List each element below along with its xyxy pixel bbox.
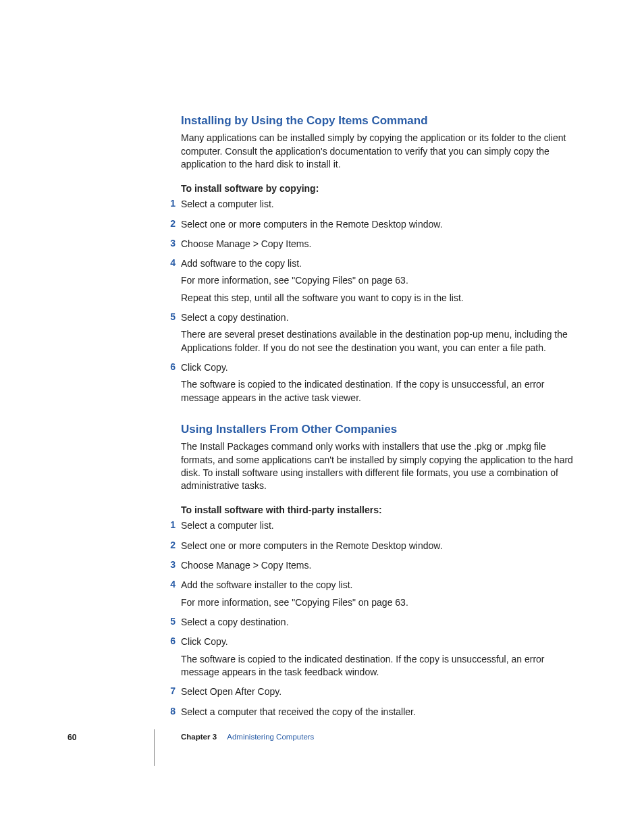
section2-steps: 1 Select a computer list. 2 Select one o… xyxy=(181,519,576,718)
chapter-label: Chapter 3 xyxy=(181,733,217,741)
step-number: 4 xyxy=(166,257,176,268)
step-text: Repeat this step, until all the software… xyxy=(181,292,576,305)
section2-intro: The Install Packages command only works … xyxy=(181,440,576,492)
footer: 60 xyxy=(68,733,581,742)
step-body: Select one or more computers in the Remo… xyxy=(181,218,576,231)
step: 5 Select a copy destination. xyxy=(170,616,576,629)
section2: Using Installers From Other Companies Th… xyxy=(181,422,576,719)
step-text: The software is copied to the indicated … xyxy=(181,653,576,679)
step-body: Select a computer that received the copy… xyxy=(181,706,576,719)
step-body: Select a copy destination. There are sev… xyxy=(181,311,576,355)
step-number: 3 xyxy=(166,238,176,249)
step-text: Select one or more computers in the Remo… xyxy=(181,218,576,231)
step: 1 Select a computer list. xyxy=(170,519,576,532)
page-number: 60 xyxy=(68,733,76,742)
step-text: Add software to the copy list. xyxy=(181,257,576,270)
step-body: Select a copy destination. xyxy=(181,616,576,629)
footer-chapter: Chapter 3 Administering Computers xyxy=(181,733,314,741)
step-number: 1 xyxy=(166,519,176,530)
step: 6 Click Copy. The software is copied to … xyxy=(170,361,576,405)
step: 6 Click Copy. The software is copied to … xyxy=(170,635,576,679)
step-body: Click Copy. The software is copied to th… xyxy=(181,361,576,405)
step-number: 5 xyxy=(166,311,176,322)
step-text: Click Copy. xyxy=(181,361,576,374)
page: Installing by Using the Copy Items Comma… xyxy=(0,0,644,834)
step-text: Click Copy. xyxy=(181,635,576,648)
step-body: Choose Manage > Copy Items. xyxy=(181,238,576,251)
step-body: Choose Manage > Copy Items. xyxy=(181,559,576,572)
step-text: Select a computer that received the copy… xyxy=(181,706,576,719)
footer-separator xyxy=(154,729,155,766)
step-text: Select a copy destination. xyxy=(181,616,576,629)
step-body: Select a computer list. xyxy=(181,198,576,211)
step: 2 Select one or more computers in the Re… xyxy=(170,218,576,231)
step-text: Select Open After Copy. xyxy=(181,685,576,698)
step-body: Add software to the copy list. For more … xyxy=(181,257,576,305)
step-number: 8 xyxy=(166,706,176,716)
step-text: Select a computer list. xyxy=(181,519,576,532)
step-body: Select Open After Copy. xyxy=(181,685,576,698)
step: 4 Add software to the copy list. For mor… xyxy=(170,257,576,305)
section1-subhead: To install software by copying: xyxy=(181,183,576,194)
step-text: For more information, see "Copying Files… xyxy=(181,274,576,287)
step-number: 1 xyxy=(166,198,176,209)
step-text: Choose Manage > Copy Items. xyxy=(181,238,576,251)
step-number: 6 xyxy=(166,635,176,646)
step-text: Select a copy destination. xyxy=(181,311,576,324)
step-number: 4 xyxy=(166,579,176,590)
step-text: There are several preset destinations av… xyxy=(181,328,576,355)
step: 7 Select Open After Copy. xyxy=(170,685,576,698)
step-number: 5 xyxy=(166,616,176,627)
step-text: Select one or more computers in the Remo… xyxy=(181,540,576,552)
step-text: Select a computer list. xyxy=(181,198,576,211)
step-number: 7 xyxy=(166,685,176,696)
step-text: Add the software installer to the copy l… xyxy=(181,579,576,592)
step-number: 6 xyxy=(166,361,176,372)
content-column: Installing by Using the Copy Items Comma… xyxy=(181,113,576,736)
step-number: 3 xyxy=(166,559,176,570)
step-body: Click Copy. The software is copied to th… xyxy=(181,635,576,679)
section1-intro: Many applications can be installed simpl… xyxy=(181,132,576,171)
step: 1 Select a computer list. xyxy=(170,198,576,211)
section1-steps: 1 Select a computer list. 2 Select one o… xyxy=(181,198,576,405)
step: 8 Select a computer that received the co… xyxy=(170,706,576,719)
step: 5 Select a copy destination. There are s… xyxy=(170,311,576,355)
section-heading-installing: Installing by Using the Copy Items Comma… xyxy=(181,113,576,128)
step: 3 Choose Manage > Copy Items. xyxy=(170,238,576,251)
section-heading-third-party: Using Installers From Other Companies xyxy=(181,422,576,436)
step-number: 2 xyxy=(166,540,176,550)
step-text: Choose Manage > Copy Items. xyxy=(181,559,576,572)
step: 2 Select one or more computers in the Re… xyxy=(170,540,576,552)
step-text: The software is copied to the indicated … xyxy=(181,378,576,405)
step-body: Select a computer list. xyxy=(181,519,576,532)
step-body: Select one or more computers in the Remo… xyxy=(181,540,576,552)
step-body: Add the software installer to the copy l… xyxy=(181,579,576,609)
step: 3 Choose Manage > Copy Items. xyxy=(170,559,576,572)
section2-subhead: To install software with third-party ins… xyxy=(181,504,576,515)
step-number: 2 xyxy=(166,218,176,229)
step: 4 Add the software installer to the copy… xyxy=(170,579,576,609)
step-text: For more information, see "Copying Files… xyxy=(181,596,576,609)
chapter-title: Administering Computers xyxy=(227,733,314,741)
